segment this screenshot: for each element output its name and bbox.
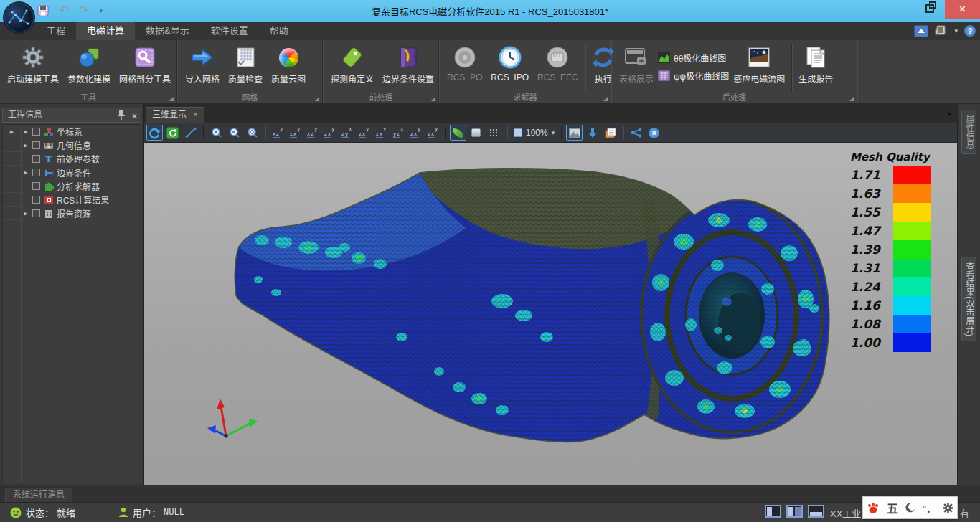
tree-gutter: ▶ <box>3 125 22 483</box>
layout-bottom-panel-icon[interactable] <box>808 505 824 518</box>
ime-paw-icon[interactable] <box>867 502 880 513</box>
app-logo <box>3 1 35 34</box>
drop-down-view-button[interactable] <box>584 125 600 141</box>
menu-tab-settings[interactable]: 软件设置 <box>200 22 259 40</box>
layout-left-panel-icon[interactable] <box>765 505 781 518</box>
shaded-mode-button[interactable] <box>450 125 466 141</box>
parametric-modeling-button[interactable]: 参数化建模 <box>63 42 115 91</box>
coordinate-blocks-icon <box>43 126 54 137</box>
tree-checkbox[interactable] <box>32 196 40 204</box>
probe-angle-button[interactable]: 探测角定义 <box>326 42 378 91</box>
zoom-caret-icon[interactable]: ▾ <box>552 129 555 136</box>
tree-item-coordinate-system[interactable]: ▶ 坐标系 <box>22 125 141 138</box>
panel-close-icon[interactable]: × <box>132 110 137 123</box>
terrain-clip-button[interactable] <box>566 125 583 141</box>
restore-button[interactable] <box>925 4 934 13</box>
display-device-icon[interactable] <box>935 25 948 37</box>
tab-3d-display[interactable]: 三维显示× <box>146 107 204 123</box>
view-iso-2-button[interactable]: xyz <box>390 125 406 140</box>
user-value: NULL <box>164 508 184 518</box>
status-label: 状态： <box>26 506 54 519</box>
tab-list-caret-icon[interactable]: ▾ <box>948 110 951 118</box>
launch-modeler-button[interactable]: 启动建模工具 <box>3 42 63 91</box>
expander-icon[interactable]: ▶ <box>22 211 29 217</box>
boundary-settings-button[interactable]: 边界条件设置 <box>378 42 438 91</box>
tree-checkbox[interactable] <box>32 209 40 217</box>
menu-tab-help[interactable]: 帮助 <box>259 22 299 40</box>
viewport-3d[interactable]: Mesh Quality 1.71 1.63 1.55 1.47 1.39 1.… <box>144 143 957 485</box>
view-back-button[interactable]: yzx <box>287 125 303 140</box>
quality-cloudmap-button[interactable]: 质量云图 <box>267 42 310 91</box>
zoom-fit-icon[interactable] <box>244 125 260 141</box>
menu-tab-data-display[interactable]: 数据&显示 <box>135 22 200 40</box>
view-top-button[interactable]: xzy <box>339 125 354 140</box>
tree-checkbox[interactable] <box>32 169 40 176</box>
layers-folder-button[interactable] <box>602 125 618 141</box>
dialog-launcher-icon[interactable] <box>315 97 319 101</box>
menu-tab-project[interactable]: 工程 <box>36 22 76 40</box>
tree-checkbox[interactable] <box>32 155 40 163</box>
tab-property-info[interactable]: 属性信息 <box>961 110 976 154</box>
menu-tab-em-computation[interactable]: 电磁计算 <box>76 22 135 40</box>
ime-settings-gear-icon[interactable] <box>943 503 953 513</box>
view-front-button[interactable]: yxz <box>270 125 286 140</box>
fit-expand-button[interactable] <box>182 125 199 141</box>
view-iso-4-button[interactable]: yzx <box>425 125 440 140</box>
help-icon[interactable]: ? <box>964 25 976 37</box>
solver-rcs-ipo-button[interactable]: RCS_IPO <box>486 42 533 91</box>
induced-current-map-button[interactable]: 感应电磁流图 <box>729 42 789 91</box>
psi-polar-curve-button[interactable]: ψψ极化曲线图 <box>658 70 729 82</box>
close-button[interactable]: × <box>945 0 980 19</box>
refresh-view-button[interactable] <box>164 125 181 141</box>
ime-moon-icon[interactable] <box>905 503 915 513</box>
zoom-out-icon[interactable] <box>226 125 242 141</box>
tab-close-icon[interactable]: × <box>193 110 198 120</box>
share-network-button[interactable] <box>628 125 644 141</box>
solid-mode-button[interactable] <box>468 125 484 141</box>
ime-punctuation-toggle[interactable]: °， <box>923 501 936 515</box>
zoom-level-control[interactable]: 100% ▾ <box>512 128 557 138</box>
expander-icon[interactable]: ▶ <box>22 170 29 176</box>
rotate-view-button[interactable] <box>146 125 163 141</box>
view-right-button[interactable]: yzx <box>321 125 337 140</box>
tree-item-geometry-info[interactable]: ▶ 几何信息 <box>22 138 141 152</box>
view-iso-3-button[interactable]: yzx <box>407 125 423 140</box>
pin-icon[interactable] <box>118 110 125 123</box>
tab-system-messages[interactable]: 系统运行消息 <box>5 488 72 502</box>
view-bottom-button[interactable]: yzx <box>356 125 372 140</box>
tree-item-report-resources[interactable]: ▶ 报告资源 <box>22 207 141 220</box>
dialog-launcher-icon[interactable] <box>169 97 174 101</box>
device-caret-icon[interactable]: ▾ <box>954 27 958 34</box>
tree-item-boundary-conditions[interactable]: ▶ 边界条件 <box>22 166 141 179</box>
dialog-launcher-icon[interactable] <box>603 97 608 101</box>
quality-check-button[interactable]: 质量检查 <box>224 42 267 91</box>
tree-checkbox[interactable] <box>32 141 40 149</box>
tree-item-analysis-solver[interactable]: 分析求解器 <box>22 179 141 193</box>
minimize-button[interactable]: — <box>884 1 905 19</box>
gutter-expander[interactable]: ▶ <box>3 125 21 138</box>
zoom-in-icon[interactable] <box>208 125 225 141</box>
tree-item-preprocess-params[interactable]: T 前处理参数 <box>22 152 141 166</box>
tab-view-results[interactable]: 查看结果(双击展开) <box>961 257 976 341</box>
view-iso-1-button[interactable]: vzx <box>373 125 389 140</box>
theta-polar-curve-button[interactable]: θθ极化曲线图 <box>658 52 729 64</box>
ime-mode-label[interactable]: 五 <box>887 499 898 516</box>
status-smiley-icon <box>10 507 22 518</box>
import-mesh-button[interactable]: 导入网格 <box>181 42 224 91</box>
view-left-button[interactable]: yxz <box>304 125 320 140</box>
cancel-operation-button[interactable]: × <box>646 125 662 141</box>
expander-icon[interactable]: ▶ <box>22 143 29 148</box>
rainbow-sphere-icon <box>279 44 298 70</box>
dialog-launcher-icon[interactable] <box>849 97 854 101</box>
tree-checkbox[interactable] <box>32 128 40 136</box>
generate-report-button[interactable]: 生成报告 <box>794 42 837 91</box>
points-mode-button[interactable] <box>486 125 502 141</box>
layout-split-panel-icon[interactable] <box>786 505 803 518</box>
tree-item-rcs-results[interactable]: RCS计算结果 <box>22 193 141 207</box>
expander-icon[interactable]: ▶ <box>22 129 29 135</box>
tree-checkbox[interactable] <box>32 182 40 190</box>
disabled-table-icon <box>624 44 649 70</box>
dialog-launcher-icon[interactable] <box>431 97 435 101</box>
collapse-ribbon-icon[interactable] <box>914 25 928 37</box>
mesh-tool-button[interactable]: 网格剖分工具 <box>115 42 175 91</box>
